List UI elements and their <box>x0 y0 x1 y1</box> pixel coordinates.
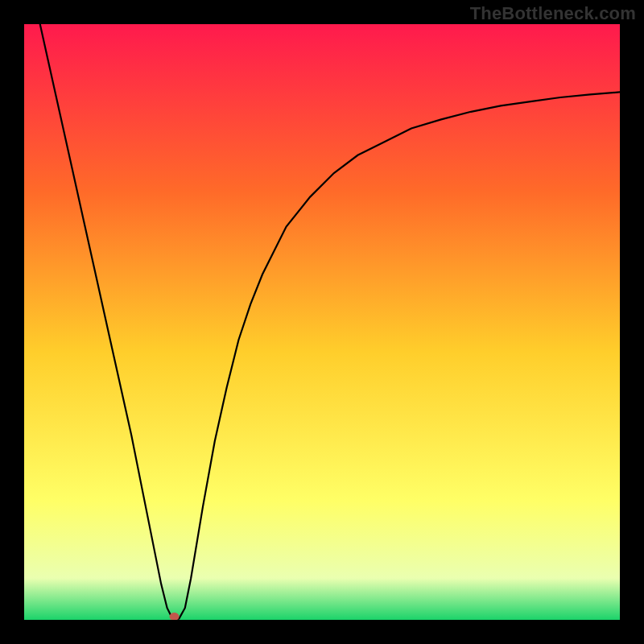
gradient-background <box>24 24 620 620</box>
watermark-text: TheBottleneck.com <box>470 3 636 24</box>
chart-svg <box>24 24 620 620</box>
chart-frame: TheBottleneck.com <box>0 0 644 644</box>
plot-area <box>24 24 620 620</box>
